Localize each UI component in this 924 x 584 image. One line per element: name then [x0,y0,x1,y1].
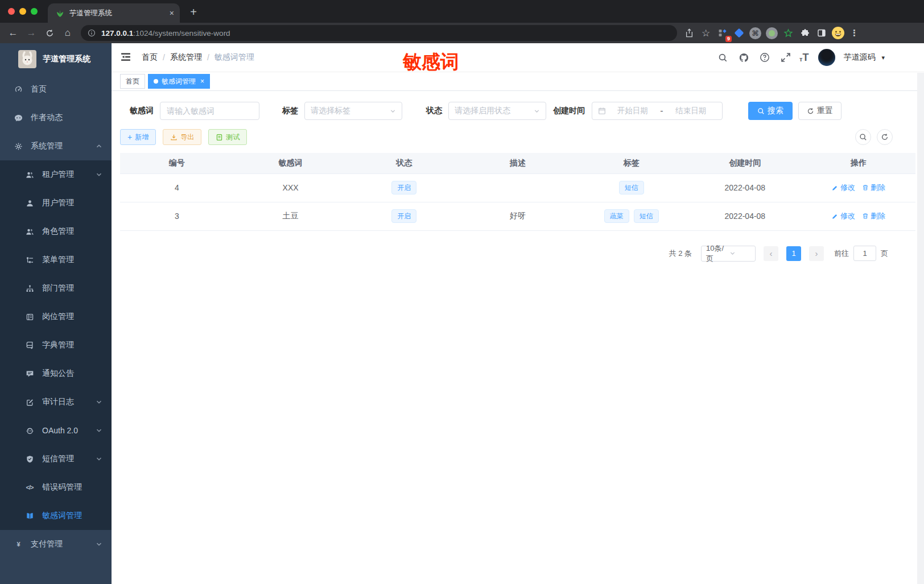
tag-badge: 短信 [619,181,644,194]
edit-link[interactable]: 修改 [832,183,855,193]
status-select-placeholder: 请选择启用状态 [455,106,530,116]
show-search-icon[interactable] [855,129,871,145]
green-star-extension-icon[interactable] [781,26,796,41]
sidebar-item-字典管理[interactable]: 字典管理 [0,331,112,359]
tag-select-placeholder: 请选择标签 [311,106,386,116]
sidebar-item-label: 系统管理 [31,141,88,151]
view-tab-首页[interactable]: 首页 [120,74,145,89]
reload-icon[interactable] [41,24,58,42]
back-icon[interactable]: ← [5,24,22,42]
date-separator: - [658,106,665,116]
sidebar-item-首页[interactable]: 首页 [0,75,112,103]
filter-form: 敏感词 标签 请选择标签 状态 请选择启用状态 创建时间 [120,102,915,120]
column-header: 标签 [575,153,688,173]
header-search-icon[interactable] [715,50,730,65]
sidebar-item-错误码管理[interactable]: </>错误码管理 [0,473,112,502]
username-label[interactable]: 芋道源码 [843,52,875,63]
sidebar-item-部门管理[interactable]: 部门管理 [0,274,112,303]
view-tab-label: 首页 [126,77,139,86]
sidebar-item-敏感词管理[interactable]: 敏感词管理 [0,502,112,530]
next-page-button[interactable]: › [809,246,824,261]
sms-icon [25,454,34,463]
search-button[interactable]: 搜索 [748,102,793,120]
chevron-down-icon [96,171,102,178]
breadcrumb-item[interactable]: 首页 [142,52,158,63]
font-size-icon[interactable]: тT [799,52,808,63]
window-zoom-button[interactable] [31,8,38,15]
keyword-input[interactable] [160,102,259,120]
extension-grid-icon[interactable]: 9 [715,26,730,41]
page-size-select[interactable]: 10条/页 [701,246,756,262]
url-path: :1024/system/sensitive-word [133,29,230,38]
chevron-down-icon [96,399,102,405]
sidebar-item-支付管理[interactable]: ¥支付管理 [0,530,112,558]
command-extension-icon[interactable]: ⌘ [748,26,763,41]
tab-close-icon[interactable]: × [170,9,174,18]
kite-extension-icon[interactable] [731,26,746,41]
reset-button[interactable]: 重置 [798,102,842,120]
view-tab-敏感词管理[interactable]: 敏感词管理× [148,74,210,89]
goto-page-input[interactable] [853,246,876,261]
edit-link[interactable]: 修改 [832,211,855,221]
sidebar-item-作者动态[interactable]: 作者动态 [0,103,112,132]
table-tools [855,129,893,145]
sidebar-item-用户管理[interactable]: 用户管理 [0,189,112,217]
forward-icon[interactable]: → [23,24,40,42]
bookmark-star-icon[interactable]: ☆ [698,26,713,41]
site-info-icon[interactable] [88,29,96,37]
table-toolbar: + 新增 导出 测试 [120,129,915,145]
edit-link-label: 修改 [840,183,855,193]
browser-tab[interactable]: 芋道管理系统 × [48,3,180,23]
date-range-picker[interactable]: 开始日期 - 结束日期 [592,102,723,120]
page-number-button[interactable]: 1 [786,246,801,261]
cell-id: 3 [120,202,234,230]
top-navbar: 首页/系统管理/敏感词管理 тT 芋道源码 ▾ [112,43,924,72]
sidebar-item-审计日志[interactable]: 审计日志 [0,388,112,416]
breadcrumb-item[interactable]: 系统管理 [170,52,202,63]
side-panel-icon[interactable] [814,26,829,41]
sidebar-item-系统管理[interactable]: 系统管理 [0,132,112,160]
window-close-button[interactable] [8,8,15,15]
sidebar-item-OAuth 2.0[interactable]: OAuth 2.0 [0,416,112,445]
cell-create-time: 2022-04-08 [688,202,802,230]
column-header: 操作 [802,153,915,173]
status-select[interactable]: 请选择启用状态 [448,102,546,120]
sidebar-item-label: 首页 [31,84,102,94]
status-tag: 开启 [391,181,416,194]
sidebar-item-短信管理[interactable]: 短信管理 [0,445,112,473]
scrollbar-track[interactable] [917,73,924,584]
address-bar[interactable]: 127.0.0.1:1024/system/sensitive-word [81,25,677,41]
test-button[interactable]: 测试 [208,129,247,145]
delete-link[interactable]: 删除 [862,183,885,193]
sidebar-item-岗位管理[interactable]: 岗位管理 [0,303,112,331]
window-minimize-button[interactable] [19,8,26,15]
delete-link[interactable]: 删除 [862,211,885,221]
github-icon[interactable] [736,50,751,65]
sidebar-item-菜单管理[interactable]: 菜单管理 [0,246,112,274]
new-tab-button[interactable]: + [185,4,201,20]
tag-select[interactable]: 请选择标签 [304,102,402,120]
export-button[interactable]: 导出 [163,129,201,145]
sidebar-item-通知公告[interactable]: 通知公告 [0,359,112,388]
sidebar-logo[interactable]: 芋道管理系统 [0,43,112,75]
help-icon[interactable] [757,50,772,65]
sidebar-item-角色管理[interactable]: 角色管理 [0,217,112,246]
page-size-value: 10条/页 [706,243,727,264]
extensions-puzzle-icon[interactable] [797,26,812,41]
browser-menu-icon[interactable]: ⋮ [847,26,862,41]
refresh-table-icon[interactable] [877,129,893,145]
tab-close-icon[interactable]: × [200,77,204,85]
sensitive-word-table: 编号敏感词状态描述标签创建时间操作 4XXX开启短信2022-04-08修改删除… [120,153,915,231]
sidebar-item-租户管理[interactable]: 租户管理 [0,160,112,189]
home-icon[interactable]: ⌂ [59,24,76,42]
share-icon[interactable] [682,26,697,41]
recorder-extension-icon[interactable] [764,26,779,41]
delete-link-label: 删除 [871,183,885,193]
profile-avatar-emoji[interactable] [830,26,845,41]
add-button[interactable]: + 新增 [120,129,156,145]
user-avatar[interactable] [818,49,835,66]
user-menu-caret-icon[interactable]: ▾ [881,54,885,61]
prev-page-button[interactable]: ‹ [764,246,778,261]
fullscreen-icon[interactable] [778,50,793,65]
sidebar-collapse-icon[interactable] [120,51,133,64]
